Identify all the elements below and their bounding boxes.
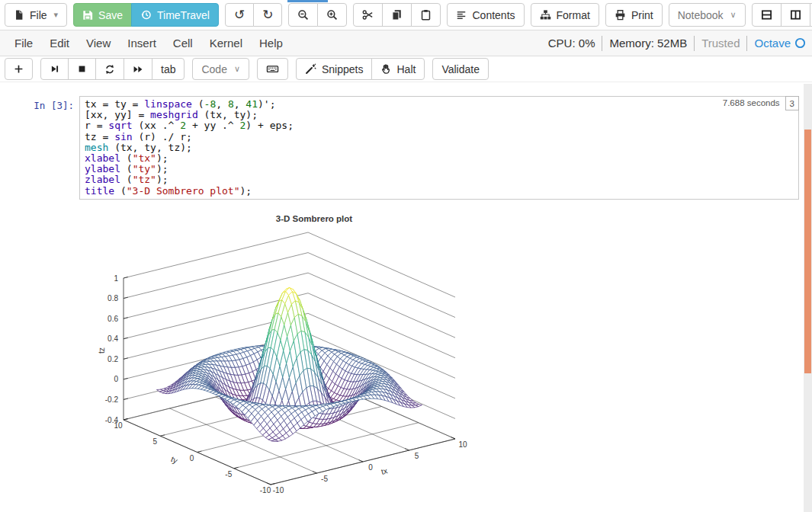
cell-meta: 7.688 seconds 3 [717,96,799,110]
halt-button[interactable]: Halt [371,58,425,80]
menu-bar: File Edit View Insert Cell Kernel Help C… [0,30,812,56]
cell-type-dropdown[interactable]: Code ∨ [192,58,249,80]
zoom-in-icon [326,9,338,21]
divider [746,36,747,51]
svg-text:0: 0 [368,463,373,472]
scrollbar-track[interactable] [804,84,812,512]
code-cell: In [3]: 7.688 seconds 3 tx = ty = linspa… [0,96,812,200]
svg-text:5: 5 [152,437,157,446]
history-icon [140,9,152,21]
menu-view[interactable]: View [78,37,119,50]
kernel-name[interactable]: Octave [754,37,806,50]
menu-insert[interactable]: Insert [119,37,165,50]
run-all-button[interactable] [124,58,152,80]
undo-button[interactable]: ↺ [225,3,254,27]
svg-text:1: 1 [114,274,118,282]
refresh-icon [104,64,115,75]
frame-type-label: Notebook [678,9,724,21]
keyboard-icon [266,63,279,75]
fast-forward-icon [133,64,143,75]
svg-text:5: 5 [415,452,419,460]
zoom-in-button[interactable] [317,3,347,27]
scrollbar-thumb[interactable] [804,130,811,373]
tab-label: tab [161,63,175,75]
redo-button[interactable]: ↻ [253,3,282,27]
contents-label: Contents [472,9,515,21]
contents-button[interactable]: Contents [447,3,524,27]
keyboard-shortcuts-button[interactable] [257,58,288,80]
menu-cell[interactable]: Cell [165,37,201,50]
execution-count-badge: 3 [785,96,799,110]
zoom-out-button[interactable] [288,3,318,27]
top-toolbar: File ▾ Save TimeTravel ↺ ↻ [0,0,812,30]
zoom-out-icon [297,9,309,21]
copy-button[interactable] [382,3,412,27]
file-menu-button[interactable]: File ▾ [5,3,67,27]
cell-type-label: Code [201,63,226,75]
menu-help[interactable]: Help [251,37,291,50]
snippets-button[interactable]: Snippets [296,58,372,80]
divider [602,36,602,51]
svg-text:-5: -5 [225,470,232,478]
cpu-usage: CPU: 0% [548,37,595,50]
notebook-area: In [3]: 7.688 seconds 3 tx = ty = linspa… [0,82,812,510]
print-button[interactable]: Print [605,3,663,27]
copy-icon [391,9,403,21]
file-icon [14,9,24,21]
menu-kernel[interactable]: Kernel [201,37,251,50]
print-icon [615,9,626,21]
timetravel-button[interactable]: TimeTravel [131,3,219,27]
memory-usage: Memory: 52MB [609,37,687,50]
tab-complete-button[interactable]: tab [152,58,185,80]
timetravel-label: TimeTravel [157,9,210,21]
split-vertical-button[interactable] [781,3,810,27]
contents-icon [456,10,467,21]
stop-button[interactable] [68,58,96,80]
output-plot: -10-50510-10-50510-0.4-0.200.20.40.60.81… [80,210,538,510]
svg-text:-0.4: -0.4 [105,415,119,424]
chevron-down-icon: ∨ [730,10,737,20]
divider [694,36,695,51]
split-horizontal-button[interactable] [752,3,782,27]
svg-text:0.2: 0.2 [108,355,118,363]
paste-button[interactable] [411,3,441,27]
halt-label: Halt [396,63,416,75]
undo-icon: ↺ [234,8,245,21]
run-cell-button[interactable] [40,58,69,80]
format-button[interactable]: Format [531,3,599,27]
snippets-label: Snippets [322,63,363,75]
svg-text:-10: -10 [260,486,271,494]
plus-icon [14,64,24,74]
validate-label: Validate [441,63,480,75]
insert-cell-button[interactable] [5,58,33,80]
caret-down-icon: ▾ [54,10,59,20]
cell-toolbar: tab Code ∨ Snippets Halt Validate [0,56,812,82]
svg-text:-10: -10 [273,486,284,494]
svg-text:0: 0 [190,453,194,462]
menu-edit[interactable]: Edit [41,37,78,50]
cell-prompt: In [3]: [0,96,79,111]
menu-file[interactable]: File [6,37,41,50]
kernel-label: Octave [754,37,791,50]
svg-text:tx: tx [380,466,390,476]
svg-text:ty: ty [169,454,179,466]
magic-wand-icon [305,63,316,75]
validate-button[interactable]: Validate [432,58,489,80]
execution-time: 7.688 seconds [717,96,785,110]
chevron-down-icon: ∨ [234,64,240,74]
restart-kernel-button[interactable] [95,58,124,80]
save-label: Save [98,9,123,21]
clipboard-icon [420,9,432,21]
save-button[interactable]: Save [73,3,132,27]
svg-text:0.8: 0.8 [108,294,118,302]
frame-type-dropdown[interactable]: Notebook ∨ [669,3,746,27]
scissors-icon [362,9,374,21]
svg-text:tz: tz [97,347,106,354]
code-editor[interactable]: tx = ty = linspace (-8, 8, 41)';[xx, yy]… [85,99,794,197]
kernel-logo-icon [794,37,806,49]
cut-button[interactable] [353,3,383,27]
svg-text:0.4: 0.4 [108,334,118,343]
split-horizontal-icon [761,9,772,21]
trusted-badge: Trusted [701,37,740,50]
cell-input[interactable]: 7.688 seconds 3 tx = ty = linspace (-8, … [79,96,799,200]
